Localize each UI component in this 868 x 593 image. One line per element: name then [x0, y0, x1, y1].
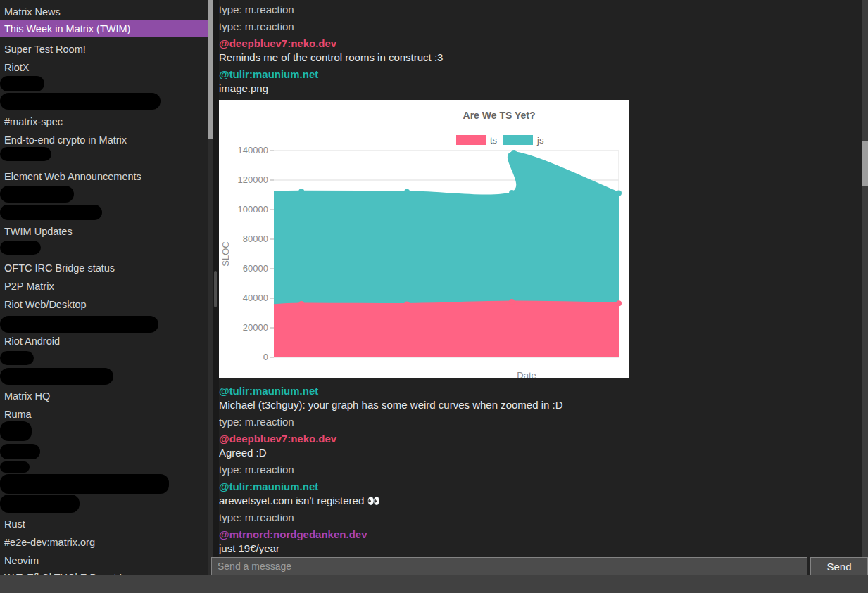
attachment-filename[interactable]: image.png — [219, 83, 862, 94]
sidebar-scrollbar[interactable] — [208, 0, 213, 575]
y-tick-label: 20000 — [243, 322, 268, 333]
sidebar-scrollbar-thumb[interactable] — [208, 0, 213, 139]
message-list-scrollbar[interactable] — [213, 0, 219, 557]
event-type-line: type: m.reaction — [219, 464, 862, 476]
y-tick-label: 0 — [263, 352, 268, 362]
message-sender[interactable]: @tulir:maunium.net — [219, 385, 862, 397]
message-text: Agreed :D — [219, 447, 862, 459]
x-axis-label: Date — [517, 370, 536, 378]
event-type-line: type: m.reaction — [219, 21, 862, 32]
room-list-item[interactable]: Neovim — [0, 554, 39, 567]
y-tick-label: 140000 — [238, 145, 268, 155]
room-list-item[interactable]: Matrix HQ — [0, 390, 50, 402]
chart-image[interactable]: 020000400006000080000100000120000140000A… — [219, 100, 629, 378]
room-list-item-redacted[interactable] — [0, 241, 41, 255]
y-tick-label: 80000 — [243, 234, 268, 244]
room-list-item-redacted[interactable] — [0, 368, 113, 385]
event-type-line: type: m.reaction — [219, 416, 862, 428]
room-list-item[interactable]: OFTC IRC Bridge status — [0, 262, 115, 274]
series-ts — [274, 299, 622, 357]
message-list: type: m.reactiontype: m.reaction@deepblu… — [219, 0, 862, 557]
legend-label-ts[interactable]: ts — [490, 135, 498, 146]
room-list-item[interactable]: Element Web Announcements — [0, 170, 141, 183]
y-tick-label: 40000 — [243, 293, 268, 303]
room-list-item-redacted[interactable] — [0, 351, 34, 365]
room-list-item-redacted[interactable] — [0, 316, 158, 333]
message-input[interactable] — [211, 557, 807, 575]
room-list-item[interactable]: #e2e-dev:matrix.org — [0, 536, 95, 549]
room-list-item[interactable]: Riot Android — [0, 335, 60, 347]
room-list-item[interactable]: #matrix-spec — [0, 115, 63, 128]
room-list-item[interactable]: Ruma — [0, 408, 32, 421]
chart-legend[interactable]: tsjs — [456, 135, 544, 146]
room-list-item[interactable]: Matrix News — [0, 6, 61, 18]
room-list-item-redacted[interactable] — [0, 186, 74, 203]
message-sender[interactable]: @deepbluev7:neko.dev — [219, 433, 862, 445]
message-text: Reminds me of the control rooms in const… — [219, 52, 862, 63]
room-list-item[interactable]: Riot Web/Desktop — [0, 298, 87, 311]
sloc-area-chart: 020000400006000080000100000120000140000A… — [219, 100, 629, 378]
message-sender[interactable]: @deepbluev7:neko.dev — [219, 38, 862, 49]
room-list-item-redacted[interactable] — [0, 93, 161, 110]
send-button[interactable]: Send — [810, 557, 868, 575]
message-sender[interactable]: @tulir:maunium.net — [219, 69, 862, 80]
room-list-item[interactable]: Rust — [0, 518, 25, 530]
message-sender[interactable]: @mtrnord:nordgedanken.dev — [219, 529, 862, 540]
legend-label-js[interactable]: js — [536, 135, 544, 146]
legend-swatch-js[interactable] — [503, 135, 533, 145]
composer: Send — [211, 557, 868, 575]
room-list-item-redacted[interactable] — [0, 444, 40, 459]
event-type-line: type: m.reaction — [219, 4, 862, 15]
room-list-item-redacted[interactable] — [0, 474, 169, 494]
room-list-item[interactable]: End-to-end crypto in Matrix — [0, 134, 127, 146]
message-text: just 19€/year — [219, 543, 862, 554]
bottom-bar — [0, 575, 868, 593]
message-sender[interactable]: @tulir:maunium.net — [219, 481, 862, 492]
room-list-item[interactable]: P2P Matrix — [0, 280, 54, 293]
window-scrollbar-thumb[interactable] — [862, 141, 868, 186]
room-list-item-redacted[interactable] — [0, 495, 80, 513]
message-text: Michael (t3chguy): your graph has some w… — [219, 400, 862, 411]
room-list-sidebar: Matrix NewsThis Week in Matrix (TWIM)Sup… — [0, 0, 208, 575]
legend-swatch-ts[interactable] — [456, 135, 486, 145]
room-list-item-redacted[interactable] — [0, 76, 44, 91]
window-scrollbar[interactable] — [862, 0, 868, 557]
y-axis-label: SLOC — [220, 241, 231, 266]
room-list-item-redacted[interactable] — [0, 147, 51, 161]
message-text: arewetsyet.com isn't registered 👀 — [219, 495, 862, 506]
event-type-line: type: m.reaction — [219, 512, 862, 523]
room-list-item[interactable]: Super Test Room! — [0, 43, 86, 56]
room-list-item[interactable]: RiotX — [0, 61, 29, 74]
room-list-item[interactable]: TWIM Updates — [0, 225, 73, 238]
y-tick-label: 60000 — [243, 263, 268, 274]
room-list-item-redacted[interactable] — [0, 421, 32, 441]
chart-title: Are We TS Yet? — [463, 110, 536, 121]
message-list-scrollbar-thumb[interactable] — [214, 271, 217, 307]
room-list-item-redacted[interactable] — [0, 205, 102, 220]
y-tick-label: 100000 — [238, 204, 268, 215]
room-list-item-redacted[interactable] — [0, 461, 30, 473]
y-tick-label: 120000 — [238, 174, 268, 185]
room-list-item[interactable]: This Week in Matrix (TWIM) — [0, 20, 208, 37]
